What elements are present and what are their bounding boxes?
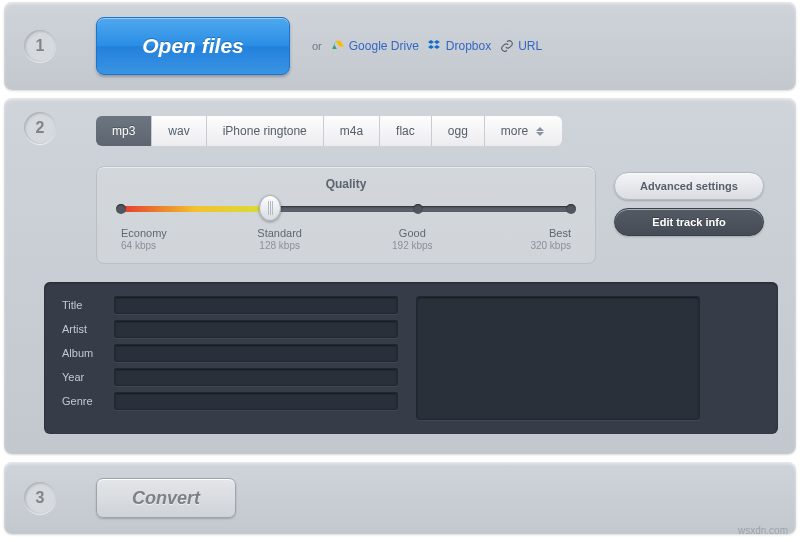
format-tab-ogg[interactable]: ogg <box>432 116 485 146</box>
quality-slider[interactable] <box>121 201 571 217</box>
meta-row-year: Year <box>62 368 398 386</box>
edit-track-info-button[interactable]: Edit track info <box>614 208 764 236</box>
step-1-panel: 1 Open files or Google Drive Dropbox URL <box>4 2 796 90</box>
slider-stop-3[interactable] <box>566 204 576 214</box>
open-files-button[interactable]: Open files <box>96 17 290 75</box>
watermark: wsxdn.com <box>738 525 788 536</box>
format-tab-wav[interactable]: wav <box>152 116 206 146</box>
quality-title: Quality <box>121 177 571 191</box>
meta-row-album: Album <box>62 344 398 362</box>
format-tab-iPhone-ringtone[interactable]: iPhone ringtone <box>207 116 324 146</box>
or-text: or <box>312 40 322 52</box>
google-drive-label: Google Drive <box>349 39 419 53</box>
quality-panel: Quality Economy64 kbpsStandard128 kbpsGo… <box>96 166 596 264</box>
quality-label-best: Best320 kbps <box>519 227 571 251</box>
quality-label-economy: Economy64 kbps <box>121 227 173 251</box>
advanced-settings-button[interactable]: Advanced settings <box>614 172 764 200</box>
step-2-badge: 2 <box>24 112 56 144</box>
slider-fill <box>121 206 270 212</box>
dropbox-icon <box>428 39 442 53</box>
meta-label-artist: Artist <box>62 323 106 335</box>
format-tab-mp3[interactable]: mp3 <box>96 116 152 146</box>
convert-button[interactable]: Convert <box>96 478 236 518</box>
google-drive-icon <box>331 39 345 53</box>
step-2-panel: 2 mp3waviPhone ringtonem4aflacoggmore Qu… <box>4 98 796 454</box>
url-label: URL <box>518 39 542 53</box>
format-tab-flac[interactable]: flac <box>380 116 432 146</box>
chevron-updown-icon <box>536 127 546 136</box>
link-icon <box>500 39 514 53</box>
meta-row-title: Title <box>62 296 398 314</box>
meta-label-title: Title <box>62 299 106 311</box>
format-tab-more[interactable]: more <box>485 116 562 146</box>
meta-row-genre: Genre <box>62 392 398 410</box>
format-tab-m4a[interactable]: m4a <box>324 116 380 146</box>
meta-label-genre: Genre <box>62 395 106 407</box>
step-3-badge: 3 <box>24 482 56 514</box>
url-link[interactable]: URL <box>500 39 542 53</box>
dropbox-label: Dropbox <box>446 39 491 53</box>
step-1-badge: 1 <box>24 30 56 62</box>
quality-label-standard: Standard128 kbps <box>254 227 306 251</box>
track-info-panel: TitleArtistAlbumYearGenre <box>44 282 778 434</box>
meta-row-artist: Artist <box>62 320 398 338</box>
meta-input-year[interactable] <box>114 368 398 386</box>
meta-input-genre[interactable] <box>114 392 398 410</box>
step-3-panel: 3 Convert <box>4 462 796 534</box>
slider-stop-2[interactable] <box>413 204 423 214</box>
meta-label-album: Album <box>62 347 106 359</box>
google-drive-link[interactable]: Google Drive <box>331 39 419 53</box>
meta-input-artist[interactable] <box>114 320 398 338</box>
slider-stop-0[interactable] <box>116 204 126 214</box>
quality-label-good: Good192 kbps <box>386 227 438 251</box>
dropbox-link[interactable]: Dropbox <box>428 39 491 53</box>
meta-input-album[interactable] <box>114 344 398 362</box>
meta-input-title[interactable] <box>114 296 398 314</box>
slider-knob[interactable] <box>259 195 281 221</box>
meta-label-year: Year <box>62 371 106 383</box>
format-tabs: mp3waviPhone ringtonem4aflacoggmore <box>96 116 562 146</box>
cover-art-box[interactable] <box>416 296 700 420</box>
